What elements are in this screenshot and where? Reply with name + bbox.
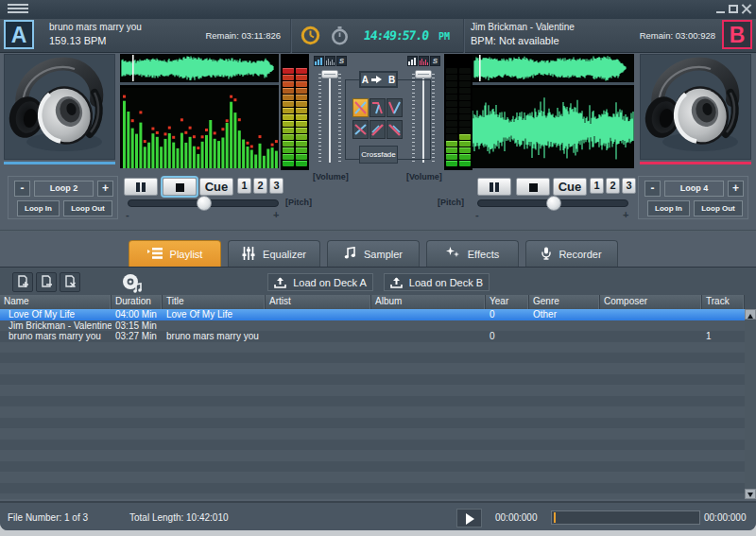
deck-b-hotcue-1[interactable]: 1 bbox=[590, 178, 604, 194]
playlist-row[interactable]: bruno mars marry you03:27 Minbruno mars … bbox=[0, 331, 745, 342]
curve-v-button[interactable] bbox=[387, 98, 403, 117]
menu-icon[interactable] bbox=[8, 4, 28, 15]
tab-recorder[interactable]: Recorder bbox=[525, 240, 618, 267]
deck-a-wave-panel[interactable] bbox=[120, 54, 279, 168]
minimize-button[interactable] bbox=[716, 4, 725, 14]
deck-b-waveform-overview[interactable] bbox=[472, 54, 634, 85]
loop-plus-button[interactable]: + bbox=[97, 181, 113, 197]
deck-b-volume-handle[interactable] bbox=[415, 70, 432, 78]
deck-a-bpm: 159.13 BPM bbox=[49, 35, 107, 46]
deck-a-pitch-handle[interactable] bbox=[197, 196, 212, 211]
loop-out-button[interactable]: Loop Out bbox=[694, 200, 743, 216]
status-bar: File Number: 1 of 3 Total Length: 10:42:… bbox=[0, 501, 756, 530]
deck-b-wave-panel[interactable] bbox=[472, 54, 634, 168]
bars-view-icon[interactable] bbox=[314, 56, 324, 66]
preview-progress-bar[interactable] bbox=[551, 510, 700, 525]
loop-minus-button[interactable]: - bbox=[14, 181, 30, 197]
loop-minus-button[interactable]: - bbox=[644, 181, 661, 197]
cell-duration: 03:27 Min bbox=[112, 331, 163, 342]
tab-label: Recorder bbox=[558, 249, 601, 260]
curve-step-button[interactable] bbox=[369, 98, 386, 117]
maximize-button[interactable] bbox=[729, 4, 738, 14]
loop-in-button[interactable]: Loop In bbox=[17, 200, 60, 216]
upload-icon bbox=[390, 277, 403, 288]
headphones-image bbox=[641, 55, 750, 159]
column-header-composer[interactable]: Composer bbox=[600, 295, 702, 309]
deck-b-pitch-slider[interactable] bbox=[477, 199, 628, 207]
column-header-album[interactable]: Album bbox=[371, 295, 486, 309]
stopwatch-icon[interactable] bbox=[330, 26, 350, 45]
preview-play-button[interactable] bbox=[456, 509, 482, 527]
crossfade-route[interactable]: A B bbox=[359, 71, 398, 88]
deck-a-pitch-slider[interactable] bbox=[128, 199, 279, 207]
deck-a-badge: A bbox=[4, 20, 34, 49]
cell-year: 0 bbox=[486, 309, 529, 320]
cell-album bbox=[371, 320, 486, 332]
deck-a-hotcue-3[interactable]: 3 bbox=[269, 178, 284, 194]
bars-view-icon[interactable] bbox=[407, 56, 418, 66]
curve-x-button[interactable] bbox=[352, 98, 369, 117]
column-header-title[interactable]: Title bbox=[163, 295, 266, 309]
playlist-row[interactable]: Love Of My Life04:00 MinLove Of My Life0… bbox=[0, 309, 745, 320]
tab-equalizer[interactable]: Equalizer bbox=[228, 240, 320, 267]
deck-b-pitch-handle[interactable] bbox=[546, 196, 561, 211]
playlist-table: NameDurationTitleArtistAlbumYearGenreCom… bbox=[0, 295, 756, 499]
load-deck-a-button[interactable]: Load on Deck A bbox=[267, 273, 373, 291]
vertical-scrollbar[interactable] bbox=[745, 309, 756, 499]
column-header-genre[interactable]: Genre bbox=[529, 295, 600, 309]
column-header-track[interactable]: Track bbox=[702, 295, 745, 309]
spectrum-view-icon[interactable] bbox=[419, 56, 429, 66]
title-bar bbox=[0, 0, 756, 19]
loop-plus-button[interactable]: + bbox=[728, 181, 744, 197]
deck-b-hotcue-3[interactable]: 3 bbox=[622, 178, 636, 194]
deck-a-waveform-overview[interactable] bbox=[120, 54, 279, 85]
deck-b-vu-meter bbox=[444, 54, 472, 170]
close-button[interactable] bbox=[742, 4, 751, 14]
curve-up-left-button[interactable] bbox=[387, 120, 403, 139]
deck-b-progress-line[interactable] bbox=[640, 162, 751, 164]
load-deck-b-button[interactable]: Load on Deck B bbox=[384, 273, 490, 291]
curve-x2-button[interactable] bbox=[352, 120, 369, 139]
curve-up-right-button[interactable] bbox=[369, 120, 386, 139]
deck-a-volume-slider[interactable] bbox=[313, 70, 347, 164]
deck-a-hotcue-2[interactable]: 2 bbox=[253, 178, 267, 194]
spectrum-view-icon[interactable] bbox=[325, 56, 335, 66]
column-header-name[interactable]: Name bbox=[0, 295, 112, 309]
scroll-up-button[interactable] bbox=[745, 309, 756, 320]
deck-a-stop-button[interactable] bbox=[163, 178, 197, 196]
deck-a-pause-button[interactable] bbox=[124, 178, 158, 196]
clock-icon[interactable] bbox=[301, 26, 320, 45]
headphones-image bbox=[5, 55, 114, 159]
playlist-row[interactable]: Jim Brickman - Valentine03:15 Min bbox=[0, 320, 745, 332]
deck-a-progress-line[interactable] bbox=[4, 162, 115, 164]
tab-effects[interactable]: Effects bbox=[426, 240, 519, 267]
s-curve-icon[interactable]: S bbox=[430, 56, 440, 66]
loop-out-button[interactable]: Loop Out bbox=[63, 200, 112, 216]
tab-sampler[interactable]: Sampler bbox=[327, 240, 420, 267]
deck-a-volume-handle[interactable] bbox=[321, 70, 338, 78]
deck-b-pause-button[interactable] bbox=[477, 178, 511, 196]
column-header-artist[interactable]: Artist bbox=[266, 295, 371, 309]
deck-b-hotcue-2[interactable]: 2 bbox=[606, 178, 620, 194]
deck-a-hotcue-1[interactable]: 1 bbox=[237, 178, 251, 194]
clear-playlist-button[interactable] bbox=[60, 272, 80, 292]
cd-ripper-button[interactable] bbox=[121, 272, 144, 293]
add-files-button[interactable] bbox=[12, 272, 33, 292]
cell-artist bbox=[266, 309, 371, 320]
deck-b-stop-button[interactable] bbox=[516, 178, 550, 196]
playlist-header[interactable]: NameDurationTitleArtistAlbumYearGenreCom… bbox=[0, 295, 745, 309]
cell-genre bbox=[529, 320, 600, 332]
scroll-down-button[interactable] bbox=[745, 489, 756, 499]
vu-column-right bbox=[296, 54, 307, 170]
column-header-year[interactable]: Year bbox=[486, 295, 529, 309]
cell-track bbox=[702, 309, 745, 320]
deck-a-cue-button[interactable]: Cue bbox=[199, 178, 233, 196]
cell-composer bbox=[600, 331, 702, 342]
s-curve-icon[interactable]: S bbox=[336, 56, 347, 66]
column-header-duration[interactable]: Duration bbox=[112, 295, 163, 309]
tab-playlist[interactable]: Playlist bbox=[129, 240, 221, 267]
loop-in-button[interactable]: Loop In bbox=[647, 200, 690, 216]
cell-genre: Other bbox=[529, 309, 600, 320]
deck-b-cue-button[interactable]: Cue bbox=[553, 178, 587, 196]
remove-file-button[interactable] bbox=[36, 272, 57, 292]
